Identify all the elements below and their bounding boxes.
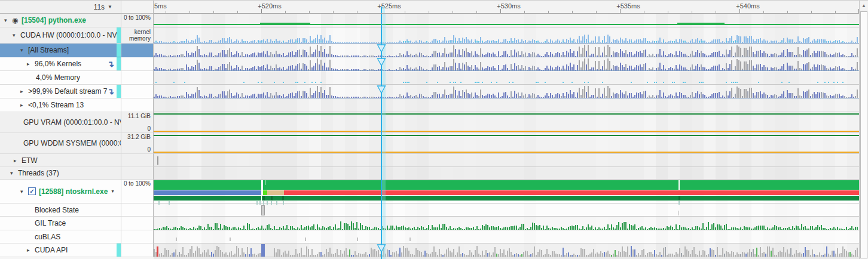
expand-arrow-icon[interactable]: ▸ — [20, 88, 28, 94]
scale-cell-cuda-hw: kernelmemory — [121, 27, 154, 44]
tree-cell-gpu-wddm-sysmem[interactable]: GPU WDDM SYSMEM (0000:0 — [0, 133, 121, 154]
ruler-time-label: +540ms — [736, 2, 759, 10]
row-label-blocked-state: Blocked State — [35, 206, 79, 214]
timeline-row-blocked-state[interactable]: Blocked State — [0, 204, 154, 217]
collapse-arrow-icon[interactable]: ▾ — [10, 170, 18, 176]
ruler-minor-tick — [668, 11, 668, 13]
rows-pushed-down-icon[interactable]: ↴ — [107, 60, 114, 68]
ruler-minor-tick — [692, 11, 692, 13]
timeline-row-thread-ntoskrnl[interactable]: ▾✓[12588] ntoskrnl.exe▾0 to 100% — [0, 180, 154, 204]
timeline-scale-label: 11s — [94, 3, 105, 11]
timeline-row-kernels[interactable]: ▸96,0% Kernels↴ — [0, 57, 154, 71]
ruler-major-tick — [261, 9, 262, 13]
row-label-gpu-wddm-sysmem: GPU WDDM SYSMEM (0000:0 — [23, 139, 121, 147]
time-ruler[interactable]: 5ms+520ms+525ms+530ms+535ms+540ms — [154, 1, 859, 14]
timeline-row-tree: ▾◉[15504] python.exe0 to 100%▾CUDA HW (0… — [0, 14, 154, 257]
timeline-row-gpu-wddm-sysmem[interactable]: GPU WDDM SYSMEM (0000:031.2 GiB0 — [0, 133, 154, 154]
scale-cell-gpu-wddm-sysmem: 31.2 GiB0 — [121, 133, 154, 154]
timeline-row-stream-13[interactable]: ▸<0,1% Stream 13 — [0, 98, 154, 112]
timeline-row-cuda-hw[interactable]: ▾CUDA HW (0000:01:00.0 - NVkernelmemory — [0, 27, 154, 44]
timeline-canvas[interactable] — [154, 14, 859, 259]
row-options-chevron-icon[interactable]: ▾ — [111, 189, 114, 194]
ruler-major-tick — [620, 9, 621, 13]
scale-cell-kernels — [121, 57, 154, 71]
timeline-row-default-stream[interactable]: ▸>99,9% Default stream 7↴ — [0, 85, 154, 98]
tree-cell-memory[interactable]: 4,0% Memory — [0, 71, 121, 85]
ruler-minor-tick — [285, 11, 286, 13]
tree-cell-all-streams[interactable]: ▾[All Streams] — [0, 44, 121, 57]
expand-arrow-icon[interactable]: ▸ — [20, 102, 28, 108]
row-label-stream-13: <0,1% Stream 13 — [28, 101, 84, 109]
timeline-row-memory[interactable]: 4,0% Memory — [0, 71, 154, 85]
collapse-arrow-icon[interactable]: ▾ — [20, 189, 28, 195]
ruler-minor-tick — [166, 11, 166, 13]
ruler-minor-tick — [763, 11, 764, 13]
expand-arrow-icon[interactable]: ▸ — [27, 247, 35, 253]
ruler-major-tick — [739, 9, 740, 13]
row-label-cuda-hw: CUDA HW (0000:01:00.0 - NV — [20, 31, 117, 39]
timeline-row-all-streams[interactable]: ▾[All Streams] — [0, 44, 154, 57]
collapse-arrow-icon[interactable]: ▾ — [20, 47, 28, 53]
collapse-arrow-icon[interactable]: ▾ — [13, 32, 20, 38]
ruler-major-tick — [500, 9, 501, 13]
collapse-arrow-icon[interactable]: ▾ — [4, 17, 12, 23]
tree-cell-stream-13[interactable]: ▸<0,1% Stream 13 — [0, 98, 121, 112]
scale-min-label: 0 — [147, 146, 151, 153]
ruler-minor-tick — [237, 11, 238, 13]
tree-cell-kernels[interactable]: ▸96,0% Kernels↴ — [0, 57, 121, 71]
scale-max-label: 0 to 100% — [124, 14, 151, 21]
tree-cell-blocked-state[interactable]: Blocked State — [0, 204, 121, 217]
tree-cell-cuda-api[interactable]: ▸CUDA API — [0, 243, 121, 257]
ruler-minor-tick — [548, 11, 549, 13]
nsight-timeline-view: 11s ▼ 5ms+520ms+525ms+530ms+535ms+540ms … — [0, 0, 868, 259]
ruler-minor-tick — [787, 11, 788, 13]
ruler-minor-tick — [596, 11, 597, 13]
timeline-row-gil-trace[interactable]: GIL Trace — [0, 217, 154, 230]
ruler-minor-tick — [190, 11, 190, 13]
timeline-row-gpu-vram[interactable]: GPU VRAM (0000:01:00.0 - NV11.1 GiB0 — [0, 112, 154, 133]
tree-cell-etw[interactable]: ▸ETW — [0, 154, 121, 167]
timeline-row-threads[interactable]: ▾Threads (37) — [0, 167, 154, 180]
scale-cell-etw — [121, 154, 154, 167]
scrollbar-up-arrow-icon[interactable]: ▲ — [860, 1, 868, 11]
ruler-minor-tick — [405, 11, 405, 13]
vertical-scrollbar[interactable]: ▲ — [859, 1, 868, 259]
expand-arrow-icon[interactable]: ▸ — [27, 61, 35, 67]
timeline-row-cublas[interactable]: cuBLAS — [0, 230, 154, 243]
ruler-minor-tick — [453, 11, 453, 13]
tree-cell-gil-trace[interactable]: GIL Trace — [0, 217, 121, 230]
scrollbar-thumb[interactable] — [860, 11, 867, 258]
scale-cell-gpu-vram: 11.1 GiB0 — [121, 112, 154, 133]
chevron-down-icon: ▼ — [108, 4, 112, 10]
ruler-minor-tick — [811, 11, 812, 13]
tree-cell-process-python[interactable]: ▾◉[15504] python.exe — [0, 14, 121, 27]
row-label-default-stream: >99,9% Default stream 7 — [28, 87, 107, 95]
tree-cell-cublas[interactable]: cuBLAS — [0, 230, 121, 243]
row-label-memory: 4,0% Memory — [36, 73, 80, 82]
tree-cell-cuda-hw[interactable]: ▾CUDA HW (0000:01:00.0 - NV — [0, 27, 121, 44]
tree-cell-thread-ntoskrnl[interactable]: ▾✓[12588] ntoskrnl.exe▾ — [0, 180, 121, 204]
rows-pushed-down-icon[interactable]: ↴ — [107, 87, 114, 95]
row-label-etw: ETW — [22, 156, 38, 165]
scale-cell-default-stream — [121, 85, 154, 98]
expand-arrow-icon[interactable]: ▸ — [14, 158, 22, 164]
ruler-minor-tick — [476, 11, 477, 13]
timeline-row-cuda-api[interactable]: ▸CUDA API — [0, 243, 154, 257]
row-label-all-streams: [All Streams] — [28, 46, 69, 54]
timeline-row-etw[interactable]: ▸ETW — [0, 154, 154, 167]
tree-cell-gpu-vram[interactable]: GPU VRAM (0000:01:00.0 - NV — [0, 112, 121, 133]
scale-cell-stream-13 — [121, 98, 154, 112]
tree-cell-default-stream[interactable]: ▸>99,9% Default stream 7↴ — [0, 85, 121, 98]
ruler-minor-tick — [644, 11, 644, 13]
scale-cell-all-streams — [121, 44, 154, 57]
ruler-minor-tick — [357, 11, 357, 13]
timeline-cursor[interactable] — [381, 7, 382, 13]
thread-checkbox[interactable]: ✓ — [28, 187, 36, 195]
row-label-cublas: cuBLAS — [35, 233, 60, 241]
ruler-gap-cell — [121, 1, 154, 14]
timeline-scale-selector[interactable]: 11s ▼ — [0, 1, 121, 14]
ruler-minor-tick — [213, 11, 214, 13]
tree-cell-threads[interactable]: ▾Threads (37) — [0, 167, 121, 180]
row-label-thread-ntoskrnl: [12588] ntoskrnl.exe — [39, 187, 108, 196]
timeline-row-process-python[interactable]: ▾◉[15504] python.exe0 to 100% — [0, 14, 154, 27]
